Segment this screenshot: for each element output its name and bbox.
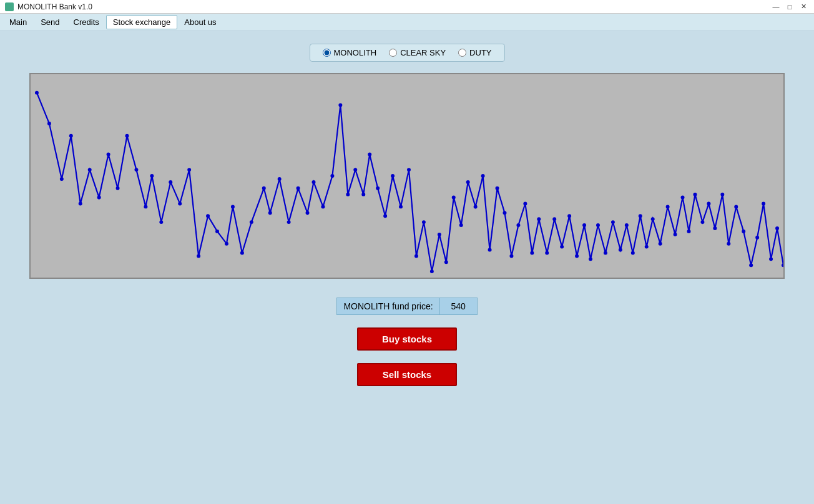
svg-point-34 [338, 103, 342, 107]
svg-point-56 [503, 211, 506, 215]
menu-item-about-us[interactable]: About us [177, 15, 223, 29]
buy-stocks-button[interactable]: Buy stocks [357, 327, 457, 351]
radio-clear-sky[interactable]: CLEAR SKY [389, 48, 446, 57]
stock-chart-svg [31, 74, 783, 278]
svg-point-18 [197, 254, 200, 258]
svg-point-4 [69, 134, 73, 138]
svg-point-25 [262, 187, 266, 190]
svg-point-57 [509, 254, 513, 258]
svg-point-39 [376, 187, 380, 190]
svg-point-32 [321, 205, 325, 208]
svg-point-6 [88, 168, 92, 172]
svg-point-13 [150, 174, 154, 178]
svg-point-51 [466, 180, 470, 184]
main-content: MONOLITH CLEAR SKY DUTY [0, 31, 814, 504]
radio-clear-sky-label: CLEAR SKY [400, 48, 446, 57]
svg-point-35 [346, 193, 350, 196]
svg-point-88 [727, 242, 730, 246]
svg-point-62 [545, 251, 549, 255]
svg-point-16 [178, 201, 182, 205]
svg-point-17 [187, 168, 191, 172]
window-title: MONOLITH Bank v1.0 [17, 2, 92, 11]
svg-point-90 [742, 230, 745, 233]
svg-point-22 [231, 205, 235, 208]
svg-point-7 [97, 196, 101, 200]
svg-point-45 [422, 220, 426, 224]
svg-point-9 [116, 187, 120, 190]
menu-item-send[interactable]: Send [34, 15, 66, 29]
svg-point-5 [79, 201, 82, 205]
svg-point-77 [651, 217, 655, 221]
sell-stocks-button[interactable]: Sell stocks [357, 363, 457, 386]
svg-point-43 [407, 168, 411, 172]
window-controls[interactable]: — □ ✕ [770, 1, 809, 12]
menu-item-credits[interactable]: Credits [67, 15, 106, 29]
svg-point-95 [775, 226, 779, 230]
svg-point-76 [645, 245, 649, 249]
close-button[interactable]: ✕ [798, 1, 809, 12]
svg-point-27 [278, 177, 282, 181]
svg-point-26 [268, 211, 272, 215]
radio-monolith[interactable]: MONOLITH [323, 48, 377, 57]
title-bar: MONOLITH Bank v1.0 — □ ✕ [0, 0, 814, 14]
fund-price-row: MONOLITH fund price: 540 [336, 298, 477, 315]
svg-point-46 [430, 269, 434, 273]
radio-duty-label: DUTY [469, 48, 491, 57]
svg-point-15 [169, 180, 172, 184]
svg-point-3 [60, 177, 64, 181]
svg-point-8 [107, 152, 110, 156]
svg-point-52 [474, 205, 478, 208]
svg-point-84 [700, 220, 704, 224]
svg-point-55 [496, 187, 499, 190]
svg-point-83 [693, 193, 697, 196]
svg-point-75 [639, 214, 642, 218]
svg-point-63 [552, 217, 556, 221]
svg-point-44 [414, 254, 418, 258]
maximize-button[interactable]: □ [784, 1, 795, 12]
svg-point-12 [144, 205, 147, 208]
menu-item-stock-exchange[interactable]: Stock exchange [106, 15, 178, 29]
svg-point-67 [582, 223, 586, 227]
svg-point-61 [537, 217, 541, 221]
svg-point-19 [206, 214, 210, 218]
svg-point-11 [134, 168, 138, 172]
svg-point-47 [438, 233, 441, 236]
svg-point-60 [530, 251, 534, 255]
svg-point-81 [681, 196, 685, 200]
svg-point-64 [560, 245, 564, 249]
radio-duty[interactable]: DUTY [458, 48, 491, 57]
svg-point-92 [755, 236, 759, 240]
svg-point-87 [720, 193, 724, 196]
svg-point-23 [240, 251, 244, 255]
title-bar-left: MONOLITH Bank v1.0 [5, 2, 92, 11]
svg-point-78 [659, 242, 662, 246]
radio-duty-input[interactable] [458, 49, 466, 57]
svg-point-20 [215, 230, 219, 233]
svg-point-53 [481, 174, 485, 178]
radio-clear-sky-input[interactable] [389, 49, 397, 57]
app-icon [5, 2, 14, 11]
svg-point-50 [459, 223, 463, 227]
svg-point-48 [444, 260, 448, 264]
menu-item-main[interactable]: Main [2, 15, 34, 29]
svg-point-66 [575, 254, 579, 258]
svg-point-94 [769, 257, 773, 261]
svg-point-37 [361, 193, 365, 196]
svg-point-93 [762, 201, 765, 205]
svg-point-82 [687, 230, 691, 233]
svg-point-38 [368, 152, 371, 156]
radio-monolith-input[interactable] [323, 49, 331, 57]
svg-point-68 [589, 257, 592, 261]
svg-point-29 [297, 187, 300, 190]
svg-point-30 [306, 211, 310, 215]
svg-point-24 [250, 220, 253, 224]
fund-price-label: MONOLITH fund price: [336, 298, 439, 315]
svg-point-33 [330, 174, 334, 178]
svg-point-65 [567, 214, 571, 218]
svg-point-40 [383, 214, 387, 218]
fund-price-value: 540 [440, 298, 478, 315]
svg-point-49 [452, 196, 456, 200]
minimize-button[interactable]: — [770, 1, 782, 12]
radio-monolith-label: MONOLITH [334, 48, 377, 57]
svg-point-70 [604, 251, 607, 255]
